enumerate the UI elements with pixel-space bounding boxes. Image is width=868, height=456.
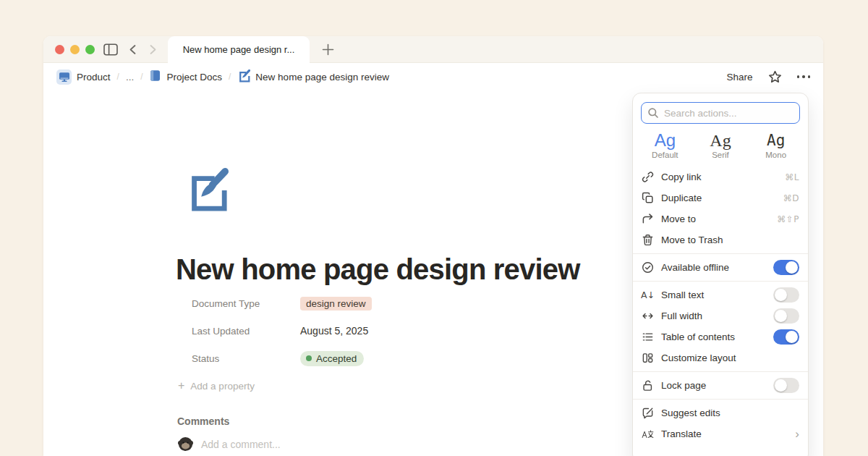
tab-bar: New home page design r... [43,36,823,63]
menu-item-translate[interactable]: Translate › [633,423,808,444]
table-of-contents-toggle[interactable] [773,329,799,345]
paintbrush-page-icon[interactable] [184,168,229,216]
status-dot-icon [306,355,312,361]
duplicate-icon [642,192,654,204]
comment-placeholder: Add a comment... [201,439,281,450]
property-value: August 5, 2025 [300,325,368,337]
menu-item-table-of-contents[interactable]: Table of contents [633,326,808,347]
chevron-right-icon: › [795,428,799,440]
comments-header: Comments [177,415,229,427]
suggest-edits-icon [642,407,654,419]
divider [633,399,808,400]
trash-icon [642,234,654,246]
lock-page-toggle[interactable] [773,378,799,393]
search-actions-input[interactable] [641,102,800,124]
search-icon [647,107,659,119]
shortcut: ⌘⇧P [777,214,799,224]
full-width-toggle[interactable] [773,308,799,324]
customize-layout-icon [642,352,654,364]
divider [633,371,808,372]
translate-icon [642,428,654,440]
font-picker: Ag Default Ag Serif Ag Mono [633,124,808,166]
status-badge[interactable]: Accepted [300,351,364,366]
add-property-button[interactable]: + Add a property [178,376,255,395]
breadcrumb-label: Project Docs [166,72,222,83]
available-offline-toggle[interactable] [773,260,799,275]
breadcrumb-separator: / [229,72,231,82]
sidebar-toggle-icon[interactable] [103,43,118,56]
property-row-status[interactable]: Status Accepted [192,345,372,372]
breadcrumb-item-current-page[interactable]: New home page design review [237,69,389,85]
menu-item-full-width[interactable]: Full width [633,305,808,326]
shortcut: ⌘D [783,193,799,203]
more-options-icon[interactable] [797,75,811,78]
font-label: Default [637,151,693,159]
monitor-icon [56,69,72,85]
unlock-icon [642,379,654,392]
move-to-icon [642,213,654,225]
star-icon[interactable] [768,70,782,84]
menu-item-move-to[interactable]: Move to ⌘⇧P [633,208,808,229]
table-of-contents-icon [642,331,654,343]
tab-title: New home page design r... [183,44,295,55]
page-edit-icon [237,69,250,85]
window-controls [55,45,95,54]
minimize-window-button[interactable] [70,45,80,54]
property-tag[interactable]: design review [300,297,372,311]
menu-item-customize-layout[interactable]: Customize layout [633,347,808,368]
breadcrumb-separator: / [140,72,142,82]
page-actions: Share [726,70,810,84]
property-row-document-type[interactable]: Document Type design review [192,290,372,317]
forward-icon[interactable] [149,44,157,55]
breadcrumb-item-product[interactable]: Product [56,69,111,85]
back-icon[interactable] [129,44,137,55]
add-property-label: Add a property [190,381,255,392]
new-tab-icon[interactable] [322,43,334,56]
status-value: Accepted [316,353,357,364]
user-avatar [177,436,194,452]
breadcrumb-separator: / [117,72,119,82]
font-option-mono[interactable]: Ag Mono [748,131,804,159]
menu-item-move-to-trash[interactable]: Move to Trash [633,229,808,250]
property-label: Document Type [192,298,300,309]
menu-item-lock-page[interactable]: Lock page [633,375,808,396]
comment-composer[interactable]: Add a comment... [177,436,281,452]
plus-icon: + [178,380,184,392]
font-option-default[interactable]: Ag Default [637,131,693,159]
property-row-last-updated[interactable]: Last Updated August 5, 2025 [192,317,372,345]
breadcrumb-label: New home page design review [255,72,389,83]
search-box [641,102,800,124]
small-text-icon: A↓ [642,289,654,301]
font-sample: Ag [748,131,804,150]
zoom-window-button[interactable] [85,45,95,54]
menu-item-suggest-edits[interactable]: Suggest edits [633,402,808,423]
check-circle-icon [642,261,654,274]
browser-tab[interactable]: New home page design r... [168,36,310,63]
breadcrumb-item-collapsed[interactable]: ... [126,72,134,83]
share-button[interactable]: Share [726,72,752,83]
font-option-serif[interactable]: Ag Serif [693,131,749,159]
breadcrumb-bar: Product / ... / Project Docs / New home … [43,63,823,90]
shortcut: ⌘L [785,172,799,182]
font-sample: Ag [637,131,693,150]
menu-item-available-offline[interactable]: Available offline [633,257,808,278]
close-window-button[interactable] [55,45,64,54]
docs-icon [149,69,161,84]
font-label: Serif [693,151,749,159]
property-list: Document Type design review Last Updated… [192,290,372,372]
property-label: Last Updated [192,326,300,337]
link-icon [642,171,654,183]
breadcrumb: Product / ... / Project Docs / New home … [56,69,389,85]
full-width-icon [642,310,654,322]
divider [633,281,808,282]
menu-item-small-text[interactable]: A↓ Small text [633,284,808,305]
breadcrumb-label: Product [77,72,111,83]
menu-item-copy-link[interactable]: Copy link ⌘L [633,166,808,187]
divider [633,253,808,254]
font-sample: Ag [693,131,749,150]
breadcrumb-item-project-docs[interactable]: Project Docs [149,69,222,84]
small-text-toggle[interactable] [773,287,799,303]
menu-item-duplicate[interactable]: Duplicate ⌘D [633,187,808,208]
font-label: Mono [748,151,804,159]
property-label: Status [192,353,300,364]
